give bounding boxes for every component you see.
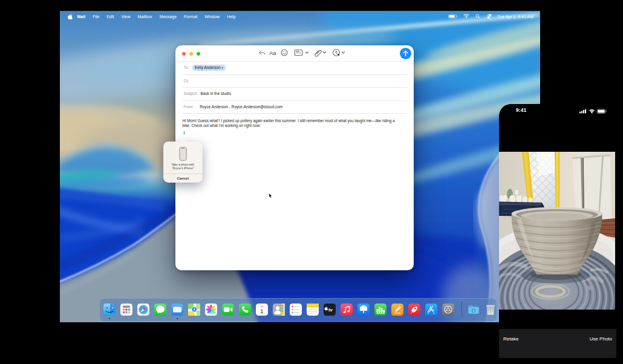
svg-text:Aa: Aa [269,50,276,56]
svg-text:1: 1 [260,308,263,314]
svg-text:tv: tv [328,307,333,313]
